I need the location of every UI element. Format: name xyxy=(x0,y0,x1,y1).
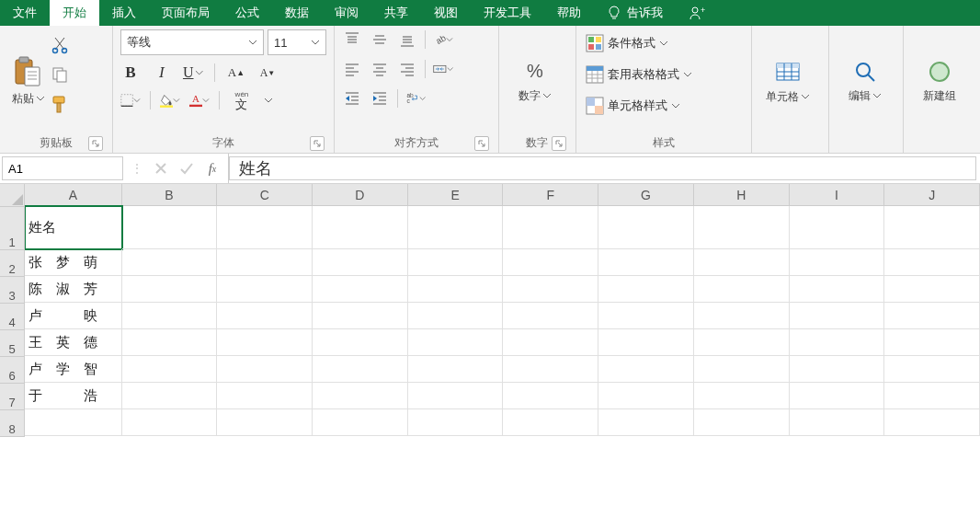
format-as-table-button[interactable]: 套用表格格式 xyxy=(584,63,694,86)
cell-C1[interactable] xyxy=(217,206,313,249)
clipboard-launcher[interactable] xyxy=(88,136,103,151)
fill-color-button[interactable] xyxy=(160,90,180,110)
cell-G1[interactable] xyxy=(598,206,694,249)
font-launcher[interactable] xyxy=(310,136,325,151)
cell-D6[interactable] xyxy=(313,356,408,383)
align-bottom-button[interactable] xyxy=(397,29,417,50)
cell-C2[interactable] xyxy=(217,249,313,276)
cell-I8[interactable] xyxy=(790,409,885,436)
cell-I3[interactable] xyxy=(790,276,885,303)
cell-styles-button[interactable]: 单元格样式 xyxy=(584,94,682,118)
cell-B8[interactable] xyxy=(122,409,218,436)
cell-H7[interactable] xyxy=(694,383,790,409)
cell-E8[interactable] xyxy=(408,409,504,436)
cell-J5[interactable] xyxy=(884,329,980,356)
column-header-C[interactable]: C xyxy=(217,184,313,206)
cell-D1[interactable] xyxy=(313,206,408,249)
cell-A7[interactable]: 于 浩 xyxy=(25,383,122,409)
tab-帮助[interactable]: 帮助 xyxy=(544,0,594,26)
cell-H1[interactable] xyxy=(694,206,790,249)
merge-button[interactable] xyxy=(433,59,453,79)
tab-数据[interactable]: 数据 xyxy=(272,0,322,26)
cell-D4[interactable] xyxy=(313,303,408,329)
tab-tellme[interactable]: 告诉我 xyxy=(594,0,676,26)
cell-C4[interactable] xyxy=(217,303,313,329)
cell-F4[interactable] xyxy=(503,303,598,329)
number-format-button[interactable]: % 数字 xyxy=(507,29,564,132)
cell-D7[interactable] xyxy=(313,383,408,409)
cell-B2[interactable] xyxy=(122,249,218,276)
cell-E5[interactable] xyxy=(408,329,504,356)
tab-共享[interactable]: 共享 xyxy=(371,0,421,26)
row-header-2[interactable]: 2 xyxy=(0,250,25,277)
column-header-F[interactable]: F xyxy=(503,184,598,206)
cell-E2[interactable] xyxy=(408,249,504,276)
editing-button[interactable]: 编辑 xyxy=(837,29,894,132)
column-header-G[interactable]: G xyxy=(598,184,694,206)
phonetic-button[interactable]: wén文 xyxy=(229,90,255,110)
tab-开发工具[interactable]: 开发工具 xyxy=(471,0,544,26)
fx-button[interactable]: fx xyxy=(204,160,221,177)
select-all-corner[interactable] xyxy=(0,184,25,207)
cell-C8[interactable] xyxy=(217,409,313,436)
row-header-1[interactable]: 1 xyxy=(0,207,25,250)
column-header-I[interactable]: I xyxy=(790,184,885,206)
cell-G5[interactable] xyxy=(598,329,694,356)
cell-G6[interactable] xyxy=(598,356,694,383)
row-header-7[interactable]: 7 xyxy=(0,384,25,410)
font-name-select[interactable]: 等线 xyxy=(120,29,264,55)
cell-J6[interactable] xyxy=(884,356,980,383)
cell-J1[interactable] xyxy=(884,206,980,249)
enter-button[interactable] xyxy=(178,160,195,177)
tab-审阅[interactable]: 审阅 xyxy=(322,0,371,26)
cells-button[interactable]: 单元格 xyxy=(759,29,816,132)
cell-H4[interactable] xyxy=(694,303,790,329)
cell-J4[interactable] xyxy=(884,303,980,329)
bold-button[interactable]: B xyxy=(120,63,141,83)
cell-I4[interactable] xyxy=(790,303,885,329)
cell-F1[interactable] xyxy=(503,206,598,249)
cell-F5[interactable] xyxy=(503,329,598,356)
italic-button[interactable]: I xyxy=(152,63,172,83)
cell-E4[interactable] xyxy=(408,303,504,329)
cell-A6[interactable]: 卢 学 智 xyxy=(25,356,122,383)
cell-G2[interactable] xyxy=(598,249,694,276)
tab-视图[interactable]: 视图 xyxy=(421,0,471,26)
row-header-5[interactable]: 5 xyxy=(0,330,25,357)
column-header-B[interactable]: B xyxy=(122,184,218,206)
tab-插入[interactable]: 插入 xyxy=(99,0,149,26)
cell-E1[interactable] xyxy=(408,206,504,249)
column-header-J[interactable]: J xyxy=(884,184,980,206)
cell-F7[interactable] xyxy=(503,383,598,409)
cell-G4[interactable] xyxy=(598,303,694,329)
cell-B6[interactable] xyxy=(122,356,218,383)
cell-C6[interactable] xyxy=(217,356,313,383)
newgroup-button[interactable]: 新建组 xyxy=(911,29,968,132)
column-header-H[interactable]: H xyxy=(694,184,790,206)
cell-J8[interactable] xyxy=(884,409,980,436)
cut-button[interactable] xyxy=(50,35,70,55)
underline-button[interactable]: U xyxy=(183,63,203,83)
cell-E6[interactable] xyxy=(408,356,504,383)
shrink-font-button[interactable]: A▼ xyxy=(257,63,278,83)
align-left-button[interactable] xyxy=(342,59,362,79)
cell-D3[interactable] xyxy=(313,276,408,303)
cell-A1[interactable]: 姓名 xyxy=(25,206,122,249)
cell-A5[interactable]: 王 英 德 xyxy=(25,329,122,356)
grow-font-button[interactable]: A▲ xyxy=(226,63,246,83)
row-header-6[interactable]: 6 xyxy=(0,357,25,384)
copy-button[interactable] xyxy=(50,64,70,85)
borders-button[interactable] xyxy=(120,90,141,110)
column-header-E[interactable]: E xyxy=(408,184,504,206)
cell-J7[interactable] xyxy=(884,383,980,409)
align-center-button[interactable] xyxy=(370,59,390,79)
cell-C3[interactable] xyxy=(217,276,313,303)
cell-D5[interactable] xyxy=(313,329,408,356)
cell-I5[interactable] xyxy=(790,329,885,356)
cell-G8[interactable] xyxy=(598,409,694,436)
increase-indent-button[interactable] xyxy=(370,88,390,109)
cell-D8[interactable] xyxy=(313,409,408,436)
tab-公式[interactable]: 公式 xyxy=(222,0,272,26)
row-header-3[interactable]: 3 xyxy=(0,277,25,304)
cell-H6[interactable] xyxy=(694,356,790,383)
